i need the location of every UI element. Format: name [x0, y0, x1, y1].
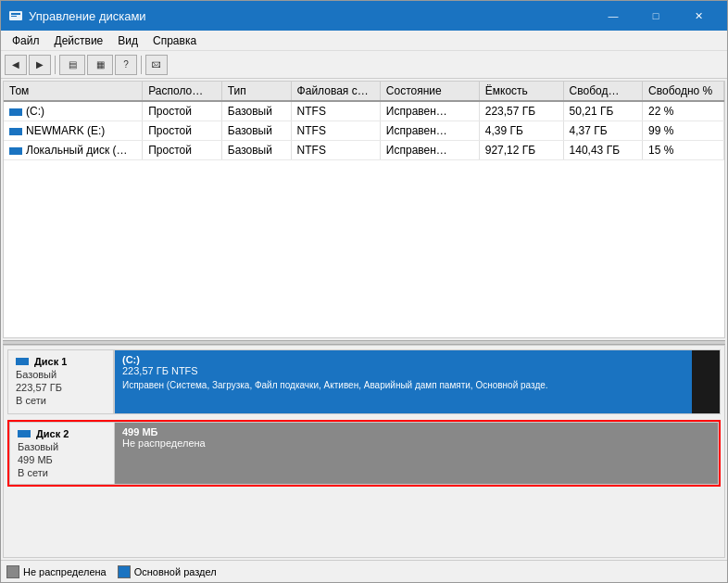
cell-location: Простой: [143, 101, 222, 121]
toolbar-btn2[interactable]: ▦: [87, 55, 113, 75]
disk1-partition-c[interactable]: (C:) 223,57 ГБ NTFS Исправен (Система, З…: [115, 350, 692, 413]
menu-action[interactable]: Действие: [47, 32, 111, 49]
disk1-c-desc: Исправен (Система, Загрузка, Файл подкач…: [122, 380, 684, 390]
disk1-name: Диск 1: [34, 356, 67, 367]
volumes-table-container: Том Располо… Тип Файловая с… Состояние Ё…: [3, 81, 725, 338]
toolbar-separator-2: [141, 56, 142, 74]
table-row[interactable]: (C:) Простой Базовый NTFS Исправен… 223,…: [4, 101, 724, 121]
col-header-fs: Файловая с…: [291, 82, 380, 101]
menu-file[interactable]: Файл: [5, 32, 47, 49]
col-header-tom: Том: [4, 82, 143, 101]
titlebar: Управление дисками — □ ✕: [1, 1, 727, 31]
cell-name: NEWMARK (E:): [4, 121, 143, 141]
cell-state: Исправен…: [380, 101, 479, 121]
svg-rect-1: [11, 13, 20, 15]
cell-free: 50,21 ГБ: [563, 101, 643, 121]
legend: Не распределена Основной раздел: [1, 560, 727, 582]
disk-map: Диск 1 Базовый 223,57 ГБ В сети (C:) 223…: [3, 345, 725, 558]
cell-name: Локальный диск (…: [4, 141, 143, 160]
menu-view[interactable]: Вид: [110, 32, 145, 49]
disk1-c-name: (C:): [122, 354, 684, 365]
disk1-partitions: (C:) 223,57 ГБ NTFS Исправен (Система, З…: [114, 349, 721, 414]
toolbar-separator-1: [55, 56, 56, 74]
disk1-icon: [16, 358, 29, 365]
legend-unalloc-box: [6, 565, 19, 578]
cell-location: Простой: [143, 121, 222, 141]
cell-capacity: 223,57 ГБ: [479, 101, 563, 121]
cell-type: Базовый: [221, 141, 291, 160]
legend-primary-box: [118, 565, 131, 578]
main-window: Управление дисками — □ ✕ Файл Действие В…: [0, 0, 728, 583]
cell-capacity: 4,39 ГБ: [479, 121, 563, 141]
col-header-tip: Тип: [221, 82, 291, 101]
disk2-part-desc: Не распределена: [122, 437, 710, 449]
cell-fs: NTFS: [291, 121, 380, 141]
disk1-type: Базовый: [16, 369, 106, 380]
window-title: Управление дисками: [29, 9, 592, 23]
col-header-capacity: Ёмкость: [479, 82, 563, 101]
cell-fs: NTFS: [291, 101, 380, 121]
disk1-label: Диск 1 Базовый 223,57 ГБ В сети: [7, 349, 114, 414]
toolbar-back[interactable]: ◀: [5, 55, 27, 75]
cell-free-pct: 99 %: [643, 121, 724, 141]
content-area: Том Располо… Тип Файловая с… Состояние Ё…: [1, 79, 727, 582]
titlebar-icon: [8, 8, 23, 23]
minimize-button[interactable]: —: [592, 1, 634, 31]
cell-type: Базовый: [221, 121, 291, 141]
disk2-icon: [18, 430, 31, 437]
legend-unalloc-label: Не распределена: [23, 566, 107, 577]
disk2-part-size: 499 МБ: [122, 426, 710, 437]
disk2-partitions: 499 МБ Не распределена: [114, 422, 719, 485]
maximize-button[interactable]: □: [634, 1, 677, 31]
disk2-label: Диск 2 Базовый 499 МБ В сети: [9, 422, 114, 485]
table-row[interactable]: NEWMARK (E:) Простой Базовый NTFS Исправ…: [4, 121, 724, 141]
window-controls: — □ ✕: [592, 1, 720, 31]
cell-state: Исправен…: [380, 141, 479, 160]
disk2-title: Диск 2: [18, 428, 107, 439]
col-header-free: Свобод…: [563, 82, 643, 101]
disk2-status: В сети: [18, 467, 107, 478]
disk2-name: Диск 2: [36, 428, 69, 439]
cell-capacity: 927,12 ГБ: [479, 141, 563, 160]
cell-location: Простой: [143, 141, 222, 160]
cell-free-pct: 22 %: [643, 101, 724, 121]
legend-primary: Основной раздел: [118, 565, 217, 578]
disk1-status: В сети: [16, 395, 106, 406]
table-row[interactable]: Локальный диск (… Простой Базовый NTFS И…: [4, 141, 724, 160]
col-header-raspo: Располо…: [143, 82, 222, 101]
legend-primary-label: Основной раздел: [134, 566, 217, 577]
toolbar-btn4[interactable]: 🖂: [145, 55, 168, 75]
toolbar: ◀ ▶ ▤ ▦ ? 🖂: [1, 51, 727, 79]
cell-free: 140,43 ГБ: [563, 141, 643, 160]
close-button[interactable]: ✕: [677, 1, 720, 31]
disk1-row: Диск 1 Базовый 223,57 ГБ В сети (C:) 223…: [7, 349, 721, 414]
disk1-unallocated: [692, 350, 720, 413]
col-header-state: Состояние: [380, 82, 479, 101]
toolbar-btn1[interactable]: ▤: [59, 55, 85, 75]
disk1-c-size: 223,57 ГБ NTFS: [122, 365, 684, 376]
disk1-size: 223,57 ГБ: [16, 382, 106, 393]
disk2-unallocated[interactable]: 499 МБ Не распределена: [115, 423, 718, 484]
disk2-size: 499 МБ: [18, 454, 107, 465]
toolbar-forward[interactable]: ▶: [29, 55, 51, 75]
cell-free: 4,37 ГБ: [563, 121, 643, 141]
svg-rect-2: [11, 16, 17, 17]
toolbar-btn3[interactable]: ?: [115, 55, 137, 75]
disk2-row: Диск 2 Базовый 499 МБ В сети 499 МБ Не р…: [7, 420, 721, 487]
cell-type: Базовый: [221, 101, 291, 121]
legend-unalloc: Не распределена: [6, 565, 107, 578]
cell-state: Исправен…: [380, 121, 479, 141]
menubar: Файл Действие Вид Справка: [1, 31, 727, 51]
disk1-title: Диск 1: [16, 356, 106, 367]
disk2-type: Базовый: [18, 441, 107, 452]
menu-help[interactable]: Справка: [145, 32, 204, 49]
cell-fs: NTFS: [291, 141, 380, 160]
col-header-free-pct: Свободно %: [643, 82, 724, 101]
volumes-table: Том Располо… Тип Файловая с… Состояние Ё…: [4, 82, 724, 160]
cell-name: (C:): [4, 101, 143, 121]
cell-free-pct: 15 %: [643, 141, 724, 160]
